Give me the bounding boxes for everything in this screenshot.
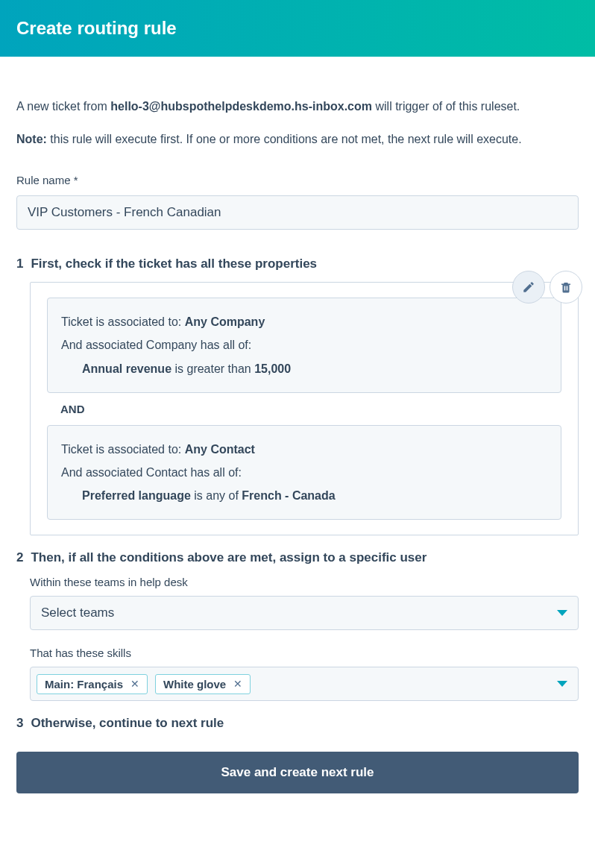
- step-2-heading: Then, if all the conditions above are me…: [31, 550, 426, 565]
- content: A new ticket from hello-3@hubspothelpdes…: [0, 57, 595, 810]
- chevron-down-icon: [557, 610, 567, 616]
- skills-label: That has these skills: [30, 647, 579, 659]
- skill-tag-label: White glove: [163, 678, 226, 691]
- teams-select[interactable]: Select teams: [30, 596, 579, 630]
- remove-tag-button[interactable]: ✕: [233, 678, 242, 690]
- step-1-heading: First, check if the ticket has all these…: [31, 257, 317, 271]
- skill-tag-label: Main: Français: [45, 678, 123, 691]
- remove-tag-button[interactable]: ✕: [130, 678, 139, 690]
- step-2: 2 Then, if all the conditions above are …: [16, 550, 579, 701]
- save-and-create-next-button[interactable]: Save and create next rule: [16, 752, 579, 793]
- delete-button[interactable]: [550, 271, 582, 304]
- intro-suffix: will trigger of of this ruleset.: [372, 100, 520, 113]
- note-text: Note: this rule will execute first. If o…: [16, 130, 579, 149]
- step-2-number: 2: [16, 550, 23, 565]
- condition-actions: [512, 271, 582, 304]
- intro-email: hello-3@hubspothelpdeskdemo.hs-inbox.com: [110, 100, 372, 113]
- step-3: 3 Otherwise, continue to next rule: [16, 716, 579, 731]
- step-1-number: 1: [16, 257, 23, 271]
- page-header: Create routing rule: [0, 0, 595, 57]
- condition-line: Ticket is associated to: Any Company: [61, 310, 547, 333]
- conditions-container: Ticket is associated to: Any Company And…: [30, 282, 579, 535]
- pencil-icon: [522, 280, 535, 294]
- intro-text: A new ticket from hello-3@hubspothelpdes…: [16, 97, 579, 116]
- edit-button[interactable]: [512, 271, 545, 304]
- rule-name-input[interactable]: [16, 195, 579, 230]
- skills-tags: Main: Français ✕ White glove ✕: [37, 674, 251, 694]
- step-1: 1 First, check if the ticket has all the…: [16, 257, 579, 535]
- teams-placeholder: Select teams: [41, 606, 114, 620]
- rule-name-label: Rule name *: [16, 174, 579, 186]
- page-title: Create routing rule: [16, 18, 579, 39]
- skills-block: That has these skills Main: Français ✕ W…: [30, 647, 579, 701]
- intro-prefix: A new ticket from: [16, 100, 110, 113]
- step-2-title: 2 Then, if all the conditions above are …: [16, 550, 579, 565]
- chevron-down-icon: [557, 681, 567, 687]
- condition-group-2: Ticket is associated to: Any Contact And…: [47, 425, 561, 521]
- condition-group-1: Ticket is associated to: Any Company And…: [47, 298, 561, 393]
- condition-line: Ticket is associated to: Any Contact: [61, 438, 547, 461]
- skill-tag: White glove ✕: [155, 674, 251, 694]
- note-body: this rule will execute first. If one or …: [47, 133, 522, 145]
- skills-select[interactable]: Main: Français ✕ White glove ✕: [30, 667, 579, 701]
- skill-tag: Main: Français ✕: [37, 674, 148, 694]
- condition-line: And associated Company has all of:: [61, 333, 547, 356]
- step-3-number: 3: [16, 716, 23, 731]
- note-label: Note:: [16, 133, 47, 145]
- trash-icon: [559, 280, 573, 294]
- teams-label: Within these teams in help desk: [30, 576, 579, 588]
- step-1-title: 1 First, check if the ticket has all the…: [16, 257, 579, 271]
- condition-line: And associated Contact has all of:: [61, 461, 547, 484]
- and-separator: AND: [47, 393, 561, 425]
- condition-line: Annual revenue is greater than 15,000: [61, 357, 547, 380]
- step-2-body: Within these teams in help desk Select t…: [30, 576, 579, 701]
- condition-line: Preferred language is any of French - Ca…: [61, 484, 547, 507]
- step-3-heading: Otherwise, continue to next rule: [31, 716, 224, 731]
